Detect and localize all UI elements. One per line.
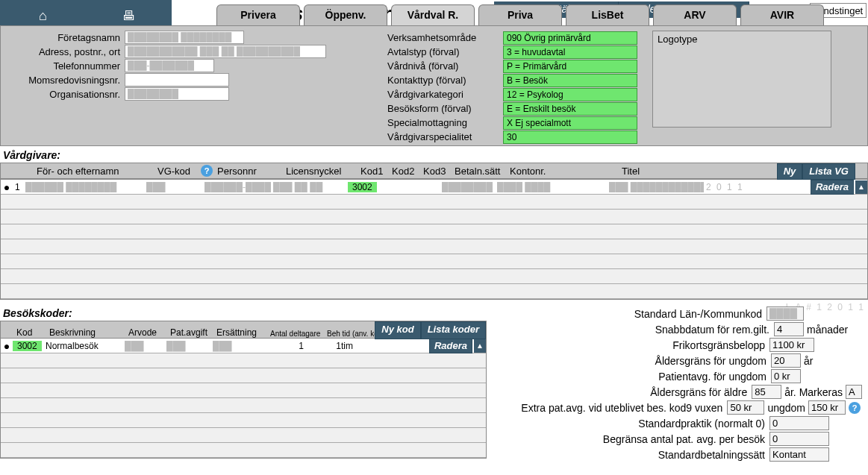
bkh-kod: Kod <box>14 327 47 338</box>
radera-vg-button[interactable]: Radera <box>811 180 854 195</box>
aldre-suffix: år. Markeras <box>784 386 843 398</box>
vg-row[interactable]: ● 1 ██████ ████████ ███ ██████-████ ███ … <box>1 180 867 195</box>
row-bet: ████████ <box>440 182 495 192</box>
kontakttyp-label: Kontakttyp (förval) <box>387 75 503 86</box>
bk-arv: ███ <box>125 341 166 351</box>
radera-bk-button[interactable]: Radera <box>429 339 472 353</box>
bk-row-empty <box>1 368 486 383</box>
tab-avir[interactable]: AVIR <box>740 4 824 25</box>
org-input[interactable] <box>125 87 229 101</box>
hdr-kod1: Kod1 <box>357 166 389 177</box>
company-name-label: Företagsnamn <box>7 32 125 43</box>
hdr-betaln: Betaln.sätt <box>452 166 507 177</box>
utebliv-label: Extra pat.avg. vid uteblivet bes. kod9 v… <box>521 402 727 414</box>
tab-privera[interactable]: Privera <box>216 4 300 25</box>
verksamhet-value[interactable]: 090 Övrig primärvård <box>503 31 637 45</box>
home-icon: ⌂ <box>39 8 47 24</box>
stdpraktik-input[interactable] <box>769 416 829 430</box>
tab-priva[interactable]: Priva <box>478 4 562 25</box>
lan-kommun-input[interactable] <box>766 306 804 321</box>
bk-kod: 3002 <box>13 341 42 351</box>
tab-lisbet[interactable]: LisBet <box>566 4 649 25</box>
bk-row[interactable]: ● 3002 Normalbesök ███ ███ ███ 1 1 tim R… <box>1 339 486 353</box>
row-namn: ██████ ████████ <box>23 182 144 192</box>
bk-row-empty <box>1 413 486 428</box>
tab-arv[interactable]: ARV <box>653 4 737 25</box>
tel-input[interactable] <box>125 59 214 72</box>
moms-input[interactable] <box>125 73 229 86</box>
aldre-mark-input[interactable] <box>846 385 862 399</box>
addr-input[interactable] <box>125 45 326 58</box>
besoksform-label: Besöksform (förval) <box>387 103 503 114</box>
ny-vg-button[interactable]: Ny <box>777 163 803 180</box>
bk-header: Kod Beskrivning Arvode Pat.avgift Ersätt… <box>0 321 487 339</box>
stdbetal-label: Standardbetalningssätt <box>658 449 769 461</box>
vardniva-label: Vårdnivå (förval) <box>387 60 503 72</box>
bk-marker: ● <box>1 340 13 352</box>
logotype-box[interactable]: Logotype <box>652 31 831 128</box>
utebliv-suffix: ungdom <box>767 402 805 414</box>
bk-unit: tim <box>341 341 371 351</box>
company-panel: Företagsnamn Adress, postnr., ort Telefo… <box>0 25 868 146</box>
ungdom-avg-input[interactable] <box>771 369 801 383</box>
bkh-arvode: Arvode <box>126 327 168 338</box>
begransa-input[interactable] <box>769 432 829 446</box>
bk-beh: 1 <box>304 341 341 351</box>
avtalstyp-value[interactable]: 3 = huvudavtal <box>503 45 637 59</box>
specialmott-label: Specialmottagning <box>387 117 503 128</box>
vardgivarspec-label: Vårdgivarspecialitet <box>387 131 503 142</box>
row-year: 2 0 1 1 <box>704 182 746 192</box>
vardgivarspec-value[interactable]: 30 <box>503 130 637 144</box>
stdbetal-input[interactable] <box>769 447 829 462</box>
vardniva-value[interactable]: P = Primärvård <box>503 60 637 73</box>
vg-row-empty <box>1 239 867 254</box>
frikort-input[interactable] <box>769 338 814 352</box>
bkh-ers: Ersättning <box>214 327 268 338</box>
vardgivare-title: Vårdgivare: <box>0 148 868 163</box>
help-icon[interactable]: ? <box>201 165 213 177</box>
bkh-antal: Antal deltagare <box>268 330 325 338</box>
ungdom-avg-label: Patientavg. för ungdom <box>658 371 771 383</box>
company-name-input[interactable] <box>125 31 244 44</box>
vg-row-empty <box>1 269 867 284</box>
ungdom-alder-label: Åldersgräns för ungdom <box>655 355 771 367</box>
vardgivarkat-value[interactable]: 12 = Psykolog <box>503 88 637 101</box>
frikort-label: Frikortsgränsbelopp <box>672 339 769 351</box>
logotype-label: Logotype <box>658 34 698 45</box>
lista-koder-button[interactable]: Lista koder <box>421 321 486 339</box>
row-kod1: 3002 <box>348 182 377 192</box>
addr-label: Adress, postnr., ort <box>7 46 125 57</box>
kontakttyp-value[interactable]: B = Besök <box>503 74 637 87</box>
bk-besk: Normalbesök <box>46 341 125 351</box>
scroll-up-icon[interactable]: ▲ <box>855 180 867 194</box>
vg-header: För- och efternamn VG-kod ? Personnr Lic… <box>0 163 868 179</box>
bk-ers: ███ <box>213 341 266 351</box>
aldre-input[interactable] <box>752 385 781 399</box>
utebliv-vuxen-input[interactable] <box>727 400 764 415</box>
besoksform-value[interactable]: E = Enskilt besök <box>503 102 637 116</box>
hdr-vgkod: VG-kod <box>154 166 199 177</box>
bk-row-empty <box>1 398 486 413</box>
bkh-besk: Beskrivning <box>47 327 126 338</box>
lista-vg-button[interactable]: Lista VG <box>802 163 855 180</box>
settings-panel: L A # 1 2 0 1 1 Standard Län-/Kommunkod … <box>494 306 868 462</box>
ungdom-alder-input[interactable] <box>771 353 801 368</box>
snabbdatum-label: Snabbdatum för rem.gilt. <box>655 324 774 336</box>
tab-oppenv[interactable]: Öppenv. <box>304 4 387 25</box>
org-label: Organisationsnr. <box>7 89 125 100</box>
snabbdatum-suffix: månader <box>807 324 862 336</box>
tel-label: Telefonnummer <box>7 60 125 72</box>
help-icon[interactable]: ? <box>849 402 861 414</box>
snabbdatum-input[interactable] <box>774 322 804 336</box>
ny-kod-button[interactable]: Ny kod <box>375 321 420 339</box>
tab-vardval[interactable]: Vårdval R. <box>391 4 475 25</box>
specialmott-value[interactable]: X Ej specialmott <box>503 116 637 130</box>
utebliv-ungdom-input[interactable] <box>808 400 846 415</box>
print-icon: 🖶 <box>122 8 136 24</box>
hdr-licens: Licensnyckel <box>283 166 357 177</box>
scroll-up-icon[interactable]: ▲ <box>474 339 486 353</box>
row-konto: ████ ████ <box>495 182 607 192</box>
aldre-label: Åldersgräns för äldre <box>650 386 752 398</box>
bk-row-empty <box>1 428 486 443</box>
hdr-kod3: Kod3 <box>420 166 452 177</box>
